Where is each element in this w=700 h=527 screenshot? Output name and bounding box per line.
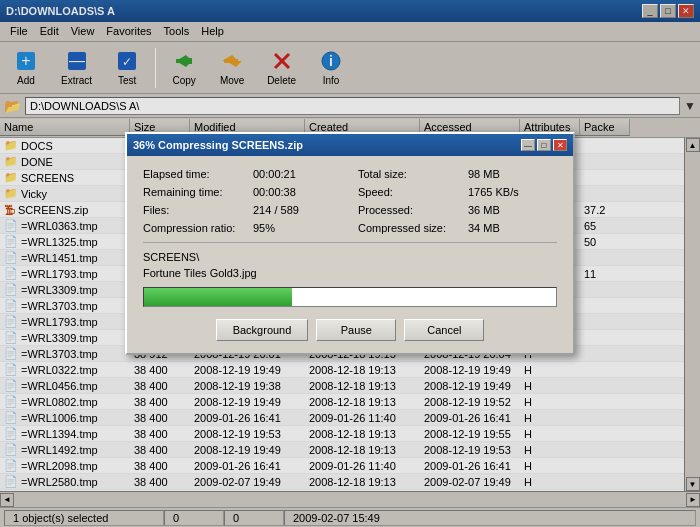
progress-container xyxy=(143,287,557,307)
elapsed-value: 00:00:21 xyxy=(253,168,342,180)
modal-divider xyxy=(143,242,557,243)
files-value: 214 / 589 xyxy=(253,204,342,216)
compressed-value: 34 MB xyxy=(468,222,557,234)
modal-title-bar: 36% Compressing SCREENS.zip — □ ✕ xyxy=(127,134,573,156)
speed-label: Speed: xyxy=(358,186,468,198)
elapsed-label: Elapsed time: xyxy=(143,168,253,180)
background-button[interactable]: Background xyxy=(216,319,309,341)
modal-filename: Fortune Tiles Gold3.jpg xyxy=(143,267,557,279)
modal-buttons: Background Pause Cancel xyxy=(143,319,557,341)
progress-bar xyxy=(144,288,292,306)
modal-body: Elapsed time: 00:00:21 Total size: 98 MB… xyxy=(127,156,573,353)
processed-value: 36 MB xyxy=(468,204,557,216)
pause-button[interactable]: Pause xyxy=(316,319,396,341)
remaining-label: Remaining time: xyxy=(143,186,253,198)
total-size-label: Total size: xyxy=(358,168,468,180)
compression-value: 95% xyxy=(253,222,342,234)
total-size-value: 98 MB xyxy=(468,168,557,180)
modal-close-button[interactable]: ✕ xyxy=(553,139,567,151)
files-label: Files: xyxy=(143,204,253,216)
modal-title: 36% Compressing SCREENS.zip xyxy=(133,139,303,151)
compression-label: Compression ratio: xyxy=(143,222,253,234)
modal-overlay: 36% Compressing SCREENS.zip — □ ✕ Elapse… xyxy=(0,0,700,527)
compressed-label: Compressed size: xyxy=(358,222,468,234)
cancel-button[interactable]: Cancel xyxy=(404,319,484,341)
remaining-value: 00:00:38 xyxy=(253,186,342,198)
modal-controls: — □ ✕ xyxy=(521,139,567,151)
modal-minimize-button[interactable]: — xyxy=(521,139,535,151)
speed-value: 1765 KB/s xyxy=(468,186,557,198)
processed-label: Processed: xyxy=(358,204,468,216)
modal-maximize-button[interactable]: □ xyxy=(537,139,551,151)
compress-dialog: 36% Compressing SCREENS.zip — □ ✕ Elapse… xyxy=(125,132,575,355)
modal-path: SCREENS\ xyxy=(143,251,557,263)
